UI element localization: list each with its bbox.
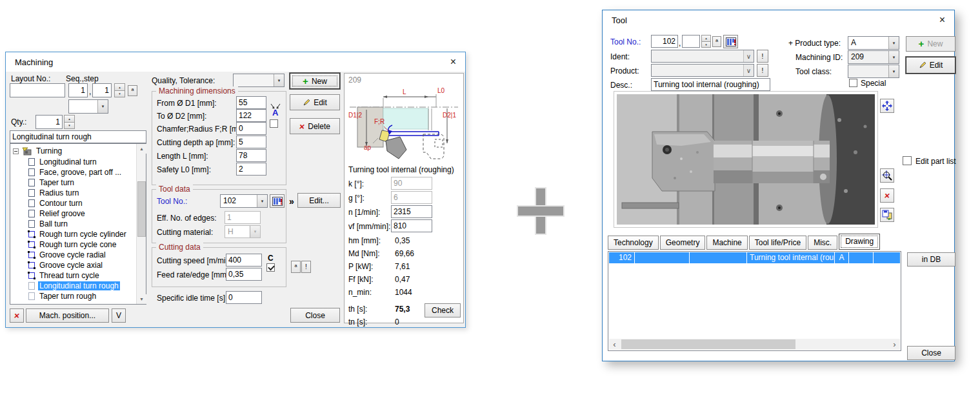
safety-l0-input[interactable] [236, 163, 266, 176]
spin-up-icon[interactable]: ▴ [64, 115, 75, 123]
desc-input[interactable] [651, 78, 770, 91]
scrollbar-thumb[interactable] [137, 181, 146, 237]
vf-input[interactable] [391, 219, 432, 232]
tool-list-selected-row[interactable]: 102 Turning tool internal (rou… A [609, 252, 900, 263]
scroll-up-icon[interactable]: ▴ [137, 144, 146, 154]
fullscreen-button[interactable] [880, 99, 894, 113]
layout-select[interactable]: ▾ [68, 99, 108, 114]
spin-down-icon[interactable]: ▾ [114, 91, 125, 98]
dropdown-arrow-icon[interactable]: ▾ [888, 51, 899, 63]
cutting-depth-input[interactable] [236, 136, 266, 148]
tool-sub-no-input[interactable] [682, 35, 700, 48]
cutting-speed-input[interactable] [226, 254, 262, 267]
edit-tool-button[interactable]: Edit... [297, 193, 341, 208]
tree-item[interactable]: Contour turn [28, 198, 84, 208]
mach-position-button[interactable]: Mach. position... [26, 308, 109, 323]
collapse-icon[interactable] [13, 148, 19, 154]
edit-part-list-checkbox[interactable] [903, 156, 912, 165]
close-icon[interactable]: × [939, 14, 945, 26]
ident-warning-button[interactable]: ! [757, 50, 768, 63]
delete-photo-button[interactable]: × [880, 188, 894, 203]
tree-item[interactable]: Rough turn cycle cylinder [28, 229, 128, 239]
tool-class-select[interactable]: ▾ [848, 65, 899, 78]
tool-no-spinner[interactable]: ▴ ▾ [701, 35, 711, 48]
seq-input[interactable] [68, 83, 88, 97]
idle-time-input[interactable] [226, 291, 262, 304]
check-button[interactable]: Check [425, 303, 461, 317]
scrollbar-thumb[interactable] [621, 339, 795, 349]
seq-spinner[interactable]: ▴ ▾ [114, 83, 125, 97]
n-input[interactable] [391, 205, 432, 218]
scroll-left-icon[interactable]: ‹ [609, 339, 620, 350]
dropdown-arrow-icon[interactable]: ▾ [888, 65, 899, 77]
from-d1-input[interactable] [236, 96, 266, 109]
ident-select[interactable]: ∨ [651, 50, 754, 63]
spin-down-icon[interactable]: ▾ [64, 123, 75, 130]
close-button[interactable]: Close [907, 346, 955, 360]
qty-spinner[interactable]: ▴ ▾ [64, 115, 75, 129]
step-input[interactable] [92, 83, 112, 97]
new-button[interactable]: + New [290, 73, 340, 89]
quality-select[interactable]: ▾ [233, 74, 285, 87]
cutting-extra-button[interactable]: ª [291, 261, 301, 273]
cutting-warning-button[interactable]: ! [301, 261, 311, 273]
special-checkbox[interactable] [849, 79, 857, 87]
delete-button[interactable]: × Delete [290, 118, 340, 134]
auto-diameter-icon[interactable]: A [269, 103, 282, 117]
dropdown-chevron-icon[interactable]: ∨ [743, 65, 754, 76]
cutting-constant-checkbox[interactable] [266, 263, 275, 272]
zoom-button[interactable] [880, 168, 894, 183]
tab-machine[interactable]: Machine [706, 236, 747, 250]
dropdown-arrow-icon[interactable]: ▾ [97, 100, 108, 113]
tab-drawing[interactable]: Drawing [839, 234, 880, 250]
tab-geometry[interactable]: Geometry [660, 236, 706, 250]
tab-tool-life-price[interactable]: Tool life/Price [749, 236, 806, 250]
spin-down-icon[interactable]: ▾ [701, 42, 711, 48]
list-horizontal-scrollbar[interactable]: ‹ › [609, 339, 900, 350]
tree-item[interactable]: Taper turn [28, 177, 75, 188]
tool-table-button[interactable] [270, 194, 285, 208]
in-db-button[interactable]: in DB [907, 252, 955, 267]
dropdown-arrow-icon[interactable]: ▾ [274, 74, 284, 86]
layout-no-input[interactable] [10, 83, 65, 97]
edit-button[interactable]: Edit [290, 94, 340, 110]
spin-up-icon[interactable]: ▴ [114, 83, 125, 91]
tree-item[interactable]: Face, groove, part off ... [28, 167, 123, 177]
scroll-down-icon[interactable]: ▾ [137, 294, 146, 304]
tree-item[interactable]: Groove cycle radial [28, 250, 107, 260]
product-select[interactable]: ∨ [651, 64, 754, 77]
close-icon[interactable]: × [450, 55, 456, 68]
tab-technology[interactable]: Technology [608, 236, 659, 250]
dropdown-arrow-icon[interactable]: ▾ [888, 37, 899, 49]
tree-item[interactable]: Thread turn cycle [28, 270, 101, 281]
length-l-input[interactable] [236, 149, 266, 162]
dropdown-chevron-icon[interactable]: ∨ [743, 50, 754, 62]
v-button[interactable]: V [112, 308, 126, 323]
tree-item[interactable]: Groove cycle axial [28, 260, 104, 270]
chamfer-radius-input[interactable] [236, 122, 266, 135]
machining-id-select[interactable]: 209 ▾ [848, 50, 899, 64]
product-type-select[interactable]: A ▾ [848, 36, 899, 50]
feed-rate-input[interactable] [226, 268, 262, 281]
scroll-right-icon[interactable]: › [889, 339, 900, 350]
qty-input[interactable] [35, 115, 63, 129]
tool-table-button[interactable] [723, 35, 738, 48]
tool-extra-button[interactable]: ª [712, 36, 721, 47]
tab-misc[interactable]: Misc. [808, 236, 837, 250]
clear-mach-position-button[interactable]: × [10, 308, 24, 323]
tree-root-turning[interactable]: Turning [13, 146, 63, 156]
tree-item[interactable]: Taper turn rough [28, 291, 97, 301]
to-d2-input[interactable] [236, 109, 266, 122]
tree-item[interactable]: Ball turn [28, 219, 69, 229]
tree-item[interactable]: Radius turn [28, 188, 80, 198]
tree-item[interactable]: Relief groove [28, 208, 86, 219]
seq-extra-button[interactable]: ª [128, 85, 137, 96]
tree-scrollbar[interactable]: ▴ ▾ [136, 144, 146, 304]
tree-item-selected[interactable]: Longitudinal turn rough [28, 281, 120, 291]
save-photo-button[interactable] [880, 208, 894, 222]
tool-no-select[interactable]: 102 ▾ [220, 194, 268, 208]
dropdown-arrow-icon[interactable]: ▾ [257, 195, 267, 207]
product-warning-button[interactable]: ! [757, 64, 768, 77]
tree-item[interactable]: Rough turn cycle cone [28, 239, 117, 250]
close-button[interactable]: Close [290, 308, 340, 323]
